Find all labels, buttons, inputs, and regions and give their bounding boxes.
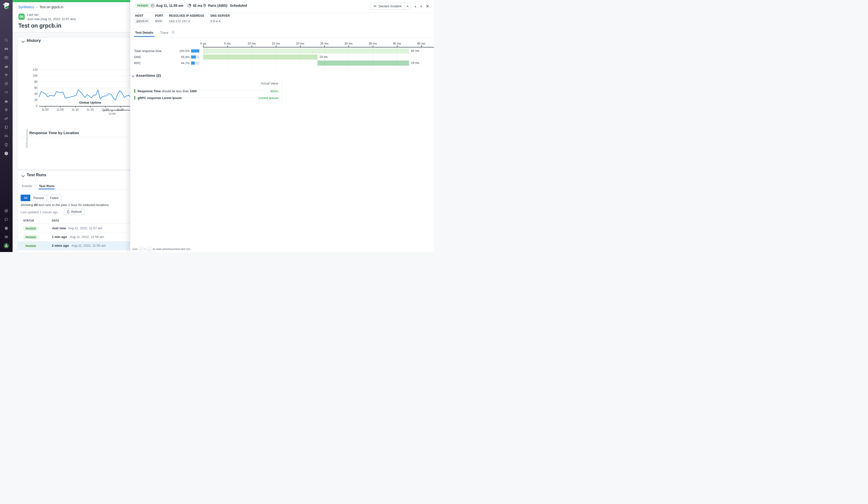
test-result-side-panel: PASSED Aug 11, 11:55 am 42 ms Paris (AWS… — [130, 0, 434, 252]
x-axis-tick — [120, 106, 121, 107]
keyboard-hint: Use ↑ / ↓ to view previous/next test run — [132, 247, 190, 252]
run-relative-time: 2 mins ago — [52, 244, 69, 248]
dashboards-icon[interactable] — [4, 55, 9, 60]
run-status-badge: PASSED — [23, 243, 38, 248]
column-header-status[interactable]: STATUS — [23, 219, 34, 222]
refresh-icon — [66, 210, 70, 213]
apm-icon[interactable] — [4, 82, 9, 86]
global-uptime-label: Global Uptime — [77, 101, 101, 104]
waterfall-gridline — [324, 48, 324, 69]
integrations-puzzle-icon[interactable] — [4, 99, 9, 103]
refresh-button[interactable]: Refresh — [64, 209, 84, 215]
logs-icon[interactable] — [4, 108, 9, 112]
filter-all-button[interactable]: All — [21, 195, 30, 201]
x-axis-tick-label: 11:00 — [39, 108, 51, 111]
run-date: Aug 11, 2022, 11:56 am — [70, 235, 104, 239]
y-axis-tick-label: 60 — [29, 86, 38, 90]
test-runs-title: Test Runs — [27, 172, 46, 177]
tab-test-runs[interactable]: Test Runs — [39, 184, 54, 188]
run-date: Aug 11, 2022, 11:55 am — [71, 244, 106, 248]
test-runs-collapse-chevron-icon[interactable] — [22, 175, 25, 177]
waterfall-axis-tick — [373, 45, 373, 47]
run-date: Aug 11, 2022, 11:57 am — [68, 226, 102, 230]
uptime-axis-tick — [104, 110, 104, 112]
y-axis-tick-label: 0 — [29, 104, 38, 108]
assertion-actual-value: Lorem Ipsum — [258, 96, 278, 100]
ci-pipelines-icon[interactable] — [4, 116, 9, 121]
gridline — [39, 94, 131, 94]
svg-text:?: ? — [6, 227, 7, 230]
y-axis-tick-label: 100 — [29, 74, 38, 77]
waterfall-axis-tick-label: 40 ms — [390, 42, 404, 45]
log-explorer-search-icon[interactable] — [4, 134, 9, 138]
metrics-chart-icon[interactable] — [4, 64, 9, 69]
users-icon[interactable] — [4, 235, 9, 239]
filter-passed-button[interactable]: Passed — [30, 195, 47, 201]
waterfall-axis-tick — [300, 45, 301, 47]
waterfall-gridline — [373, 48, 373, 69]
y-axis-tick-label: 120 — [29, 68, 38, 71]
last-ran-label: Last ran — [27, 13, 39, 17]
search-icon[interactable] — [4, 38, 9, 42]
notebooks-icon[interactable] — [4, 125, 9, 129]
run-relative-time: Just now — [52, 226, 66, 230]
chat-icon[interactable] — [4, 217, 9, 222]
y-axis-tick-label: 20 — [29, 98, 38, 102]
waterfall-gridline — [300, 48, 300, 69]
waterfall-axis-tick — [349, 45, 349, 47]
history-collapse-chevron-icon[interactable] — [22, 41, 25, 43]
infrastructure-hexagons-icon[interactable] — [4, 73, 9, 77]
gridline — [39, 88, 131, 88]
watchdog-binoculars-icon[interactable] — [4, 47, 9, 51]
x-axis-tick-label: 11:15 — [84, 108, 96, 111]
x-axis-tick-label: 11:20 — [99, 108, 111, 111]
waterfall-gridline — [397, 48, 397, 69]
datadog-logo[interactable] — [2, 2, 10, 11]
org-avatar[interactable] — [3, 243, 9, 249]
assertion-actual-value: 42ms — [270, 89, 278, 93]
synthetics-globe-icon[interactable] — [4, 151, 9, 156]
history-title: History — [27, 38, 41, 43]
waterfall-axis-tick — [397, 45, 397, 47]
x-axis-tick-label: 11:25 — [114, 108, 126, 111]
y-axis-tick-label: 80 — [29, 80, 38, 84]
assertions-list: Response Time should be less than 100042… — [130, 0, 300, 109]
gridline — [39, 76, 131, 76]
last-updated-text: Last updated 1 minute ago — [21, 210, 58, 214]
x-axis-tick-label: 11:05 — [54, 108, 66, 111]
x-axis-tick-label: 11:10 — [69, 108, 81, 111]
assertion-row: gRPC response Lorem IpsumLorem Ipsum — [134, 95, 278, 101]
dotted-leader — [199, 90, 268, 91]
help-icon[interactable]: ? — [4, 226, 9, 230]
waterfall-axis-tick — [324, 45, 325, 47]
waterfall-axis-tick-label: 35 ms — [365, 42, 380, 45]
gridline — [39, 106, 131, 106]
x-axis-tick — [105, 106, 106, 107]
assertion-text: gRPC response Lorem Ipsum — [137, 96, 182, 100]
breadcrumb: Synthetics›Test on grpcb.in — [18, 5, 63, 9]
x-axis-tick — [75, 106, 75, 107]
status-badge: OK — [18, 13, 25, 20]
arrow-down-key-icon: ↓ — [147, 247, 152, 252]
filter-failed-button[interactable]: Failed — [47, 195, 62, 201]
test-status-top-bar — [13, 0, 130, 2]
x-axis-tick — [45, 106, 45, 107]
waterfall-axis-tick-label: 45 ms — [414, 42, 428, 45]
workspaces-icon[interactable] — [4, 209, 9, 213]
assertion-pass-indicator — [134, 96, 135, 100]
breadcrumb-current: Test on grpcb.in — [40, 5, 63, 9]
monitors-gauge-icon[interactable] — [4, 90, 9, 95]
breadcrumb-synthetics-link[interactable]: Synthetics — [18, 5, 34, 9]
waterfall-bar-rpc[interactable] — [318, 61, 409, 66]
waterfall-duration-label: 19 ms — [411, 61, 419, 65]
waterfall-axis-tick — [421, 45, 422, 47]
breadcrumb-separator-icon: › — [36, 5, 37, 9]
column-header-date[interactable]: DATE — [52, 219, 59, 222]
x-axis-tick — [60, 106, 61, 107]
tab-events[interactable]: Events — [22, 184, 32, 188]
response-chart-y-axis-label: Milliseconds — [25, 129, 29, 148]
security-shield-icon[interactable] — [4, 143, 9, 147]
arrow-up-key-icon: ↑ — [138, 247, 143, 252]
x-axis-tick — [90, 106, 91, 107]
assertion-row: Response Time should be less than 100042… — [134, 88, 278, 94]
